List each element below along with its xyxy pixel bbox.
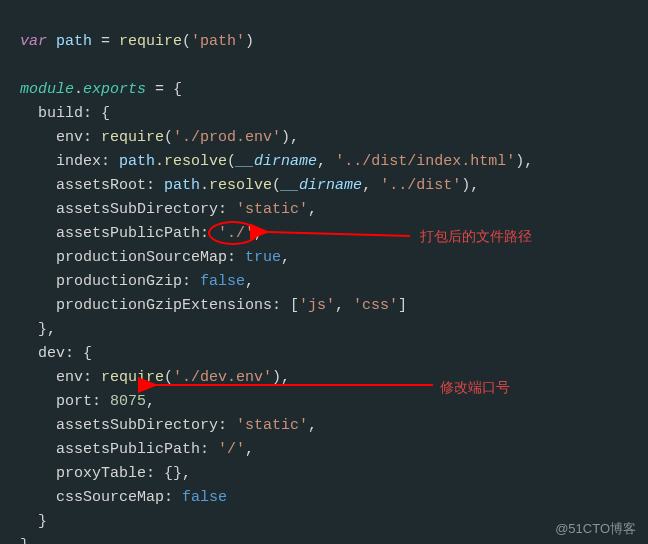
line: build: { — [20, 105, 110, 122]
line: productionSourceMap: true, — [20, 249, 290, 266]
var-path: path — [56, 33, 92, 50]
line: index: path.resolve(__dirname, '../dist/… — [20, 153, 533, 170]
line: dev: { — [20, 345, 92, 362]
keyword-var: var — [20, 33, 47, 50]
code-block: var path = require('path') module.export… — [0, 0, 648, 544]
line: assetsSubDirectory: 'static', — [20, 417, 317, 434]
line: proxyTable: {}, — [20, 465, 191, 482]
fn-require: require — [119, 33, 182, 50]
line: module.exports = { — [20, 81, 182, 98]
line: assetsSubDirectory: 'static', — [20, 201, 317, 218]
annotation-build-path: 打包后的文件路径 — [420, 225, 532, 247]
exports: exports — [83, 81, 146, 98]
line: assetsPublicPath: './', — [20, 225, 263, 242]
line: port: 8075, — [20, 393, 155, 410]
module: module — [20, 81, 74, 98]
annotation-port: 修改端口号 — [440, 376, 510, 398]
line: assetsPublicPath: '/', — [20, 441, 254, 458]
line: productionGzipExtensions: ['js', 'css'] — [20, 297, 407, 314]
line: env: require('./dev.env'), — [20, 369, 290, 386]
line: } — [20, 537, 29, 544]
line: env: require('./prod.env'), — [20, 129, 299, 146]
watermark: @51CTO博客 — [555, 519, 636, 540]
assets-public-path-value: './' — [218, 225, 254, 242]
port-value: 8075 — [110, 393, 146, 410]
line: assetsRoot: path.resolve(__dirname, '../… — [20, 177, 479, 194]
line: cssSourceMap: false — [20, 489, 227, 506]
line: var path = require('path') — [20, 33, 254, 50]
line: } — [20, 513, 47, 530]
line: }, — [20, 321, 56, 338]
line: productionGzip: false, — [20, 273, 254, 290]
